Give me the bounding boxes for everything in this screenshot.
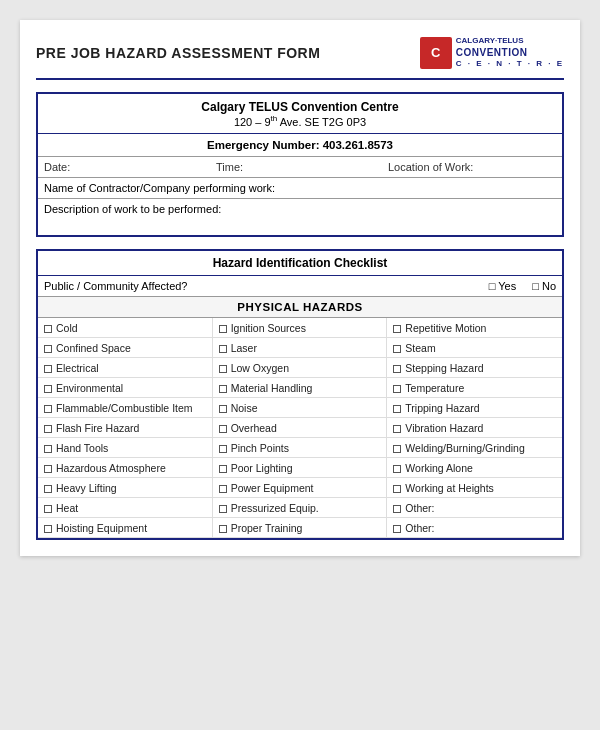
- hazard-cell[interactable]: Heavy Lifting: [38, 478, 213, 498]
- checkbox-icon[interactable]: [393, 345, 401, 353]
- checkbox-icon[interactable]: [44, 485, 52, 493]
- hazard-cell[interactable]: Noise: [213, 398, 388, 418]
- checkbox-icon[interactable]: [219, 465, 227, 473]
- checklist-box: Hazard Identification Checklist Public /…: [36, 249, 564, 540]
- checkbox-icon[interactable]: [219, 445, 227, 453]
- logo-line1: CALGARY·TELUS: [456, 36, 564, 46]
- contractor-label: Name of Contractor/Company performing wo…: [44, 182, 275, 194]
- hazard-cell[interactable]: Proper Training: [213, 518, 388, 538]
- checkbox-icon[interactable]: [393, 525, 401, 533]
- emergency-row: Emergency Number: 403.261.8573: [38, 134, 562, 157]
- public-question: Public / Community Affected?: [44, 280, 481, 292]
- hazard-cell[interactable]: Other:: [387, 518, 562, 538]
- description-label: Description of work to be performed:: [44, 203, 221, 215]
- checkbox-icon[interactable]: [393, 425, 401, 433]
- checklist-header: Hazard Identification Checklist: [38, 251, 562, 276]
- checkbox-icon[interactable]: [219, 325, 227, 333]
- time-field[interactable]: Time:: [216, 161, 384, 173]
- page-header: PRE JOB HAZARD ASSESSMENT FORM C CALGARY…: [36, 36, 564, 80]
- physical-header: PHYSICAL HAZARDS: [38, 297, 562, 318]
- checkbox-icon[interactable]: [219, 385, 227, 393]
- hazard-cell[interactable]: Electrical: [38, 358, 213, 378]
- checkbox-icon[interactable]: [393, 365, 401, 373]
- hazard-cell[interactable]: Pressurized Equip.: [213, 498, 388, 518]
- checkbox-icon[interactable]: [219, 425, 227, 433]
- location-field[interactable]: Location of Work:: [388, 161, 556, 173]
- hazard-cell[interactable]: Other:: [387, 498, 562, 518]
- page: PRE JOB HAZARD ASSESSMENT FORM C CALGARY…: [20, 20, 580, 556]
- hazard-cell[interactable]: Working at Heights: [387, 478, 562, 498]
- logo-line2: CONVENTION: [456, 46, 564, 59]
- checkbox-icon[interactable]: [44, 465, 52, 473]
- hazard-cell[interactable]: Poor Lighting: [213, 458, 388, 478]
- page-title: PRE JOB HAZARD ASSESSMENT FORM: [36, 45, 320, 61]
- hazard-cell[interactable]: Confined Space: [38, 338, 213, 358]
- hazard-cell[interactable]: Hand Tools: [38, 438, 213, 458]
- logo: C CALGARY·TELUS CONVENTION C · E · N · T…: [420, 36, 564, 70]
- checkbox-icon[interactable]: [44, 345, 52, 353]
- hazard-cell[interactable]: Flammable/Combustible Item: [38, 398, 213, 418]
- info-header: Calgary TELUS Convention Centre 120 – 9t…: [38, 94, 562, 135]
- hazard-cell[interactable]: Pinch Points: [213, 438, 388, 458]
- checkbox-icon[interactable]: [219, 505, 227, 513]
- checkbox-icon[interactable]: [393, 445, 401, 453]
- hazard-cell[interactable]: Laser: [213, 338, 388, 358]
- hazard-cell[interactable]: Hazardous Atmosphere: [38, 458, 213, 478]
- public-options: □ Yes □ No: [489, 280, 556, 292]
- public-row: Public / Community Affected? □ Yes □ No: [38, 276, 562, 297]
- logo-text: CALGARY·TELUS CONVENTION C · E · N · T ·…: [456, 36, 564, 70]
- checkbox-icon[interactable]: [219, 345, 227, 353]
- checkbox-icon[interactable]: [393, 505, 401, 513]
- hazard-cell[interactable]: Vibration Hazard: [387, 418, 562, 438]
- hazard-cell[interactable]: Working Alone: [387, 458, 562, 478]
- hazard-cell[interactable]: Power Equipment: [213, 478, 388, 498]
- hazard-cell[interactable]: Flash Fire Hazard: [38, 418, 213, 438]
- checkbox-icon[interactable]: [219, 405, 227, 413]
- hazard-grid: ColdIgnition SourcesRepetitive MotionCon…: [38, 318, 562, 538]
- hazard-cell[interactable]: Heat: [38, 498, 213, 518]
- checkbox-icon[interactable]: [393, 405, 401, 413]
- checkbox-icon[interactable]: [44, 325, 52, 333]
- logo-line3: C · E · N · T · R · E: [456, 59, 564, 69]
- hazard-cell[interactable]: Hoisting Equipment: [38, 518, 213, 538]
- emergency-number: Emergency Number: 403.261.8573: [207, 139, 393, 151]
- hazard-cell[interactable]: Repetitive Motion: [387, 318, 562, 338]
- checkbox-icon[interactable]: [393, 385, 401, 393]
- checkbox-icon[interactable]: [44, 505, 52, 513]
- checkbox-icon[interactable]: [393, 325, 401, 333]
- checkbox-icon[interactable]: [219, 365, 227, 373]
- hazard-cell[interactable]: Tripping Hazard: [387, 398, 562, 418]
- checkbox-icon[interactable]: [219, 485, 227, 493]
- no-option[interactable]: □ No: [532, 280, 556, 292]
- description-row: Description of work to be performed:: [38, 199, 562, 235]
- hazard-cell[interactable]: Welding/Burning/Grinding: [387, 438, 562, 458]
- hazard-cell[interactable]: Cold: [38, 318, 213, 338]
- hazard-cell[interactable]: Steam: [387, 338, 562, 358]
- info-box: Calgary TELUS Convention Centre 120 – 9t…: [36, 92, 564, 238]
- hazard-cell[interactable]: Low Oxygen: [213, 358, 388, 378]
- checkbox-icon[interactable]: [44, 525, 52, 533]
- checkbox-icon[interactable]: [44, 385, 52, 393]
- logo-icon: C: [420, 37, 452, 69]
- hazard-cell[interactable]: Overhead: [213, 418, 388, 438]
- date-field[interactable]: Date:: [44, 161, 212, 173]
- hazard-cell[interactable]: Environmental: [38, 378, 213, 398]
- yes-option[interactable]: □ Yes: [489, 280, 516, 292]
- contractor-row: Name of Contractor/Company performing wo…: [38, 178, 562, 199]
- checkbox-icon[interactable]: [44, 365, 52, 373]
- logo-letter: C: [431, 45, 440, 60]
- checkbox-icon[interactable]: [393, 465, 401, 473]
- address: 120 – 9th Ave. SE T2G 0P3: [42, 114, 558, 128]
- date-time-location-row: Date: Time: Location of Work:: [38, 157, 562, 178]
- checkbox-icon[interactable]: [219, 525, 227, 533]
- hazard-cell[interactable]: Ignition Sources: [213, 318, 388, 338]
- hazard-cell[interactable]: Temperature: [387, 378, 562, 398]
- checkbox-icon[interactable]: [44, 405, 52, 413]
- hazard-cell[interactable]: Material Handling: [213, 378, 388, 398]
- checkbox-icon[interactable]: [393, 485, 401, 493]
- checkbox-icon[interactable]: [44, 445, 52, 453]
- checkbox-icon[interactable]: [44, 425, 52, 433]
- company-name: Calgary TELUS Convention Centre: [42, 100, 558, 114]
- hazard-cell[interactable]: Stepping Hazard: [387, 358, 562, 378]
